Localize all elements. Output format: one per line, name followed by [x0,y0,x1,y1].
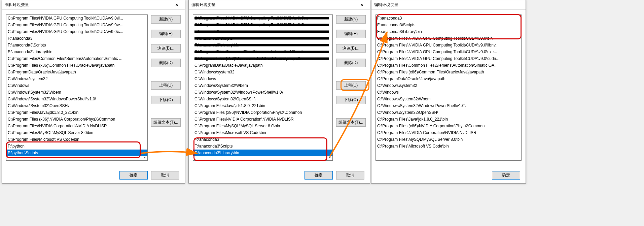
dialog-footer: 确定 取消 [2,167,185,183]
move-up-button[interactable]: 上移(U) [336,81,366,90]
list-item[interactable]: C:\Windows\system32 [6,75,147,82]
list-item[interactable]: F:\anaconda3\Scripts [193,143,332,150]
list-item[interactable]: C:\Program Files (x86)\NVIDIA Corporatio… [6,116,147,123]
new-button[interactable]: 新建(N) [336,15,366,24]
list-item[interactable]: C:\Program Files\NVIDIA GPU Computing To… [376,35,521,42]
scroll-down-icon[interactable]: ▾ [327,155,332,160]
dialog-body: C:\Program Files\NVIDIA GPU Computing To… [2,10,185,167]
list-item[interactable]: C:\Program Files\Microsoft VS Code\bin [193,129,332,136]
list-item[interactable]: C:\Program Files\Common Files\Siemens\Au… [376,62,521,69]
dialog-title: 编辑环境变量 [5,2,29,8]
list-item[interactable]: C:\Program Files\Java\jdk1.8.0_221\bin [193,102,332,109]
delete-button[interactable]: 删除(D) [336,59,366,67]
env-var-dialog-1: 编辑环境变量 ✕ C:\Program Files\NVIDIA GPU Com… [2,0,185,184]
list-item[interactable]: C:\Program Files\NVIDIA GPU Computing To… [6,28,147,35]
list-item[interactable]: C:\Program Files\Java\jdk1.8.0_221\bin [6,109,147,116]
list-item[interactable]: C:\Program Files\NVIDIA GPU Computing To… [376,55,521,62]
list-item[interactable]: C:\ProgramData\Oracle\Java\javapath [193,62,332,69]
close-button[interactable]: ✕ [170,1,183,9]
list-item[interactable]: F:\python\Scripts [6,150,147,156]
list-item[interactable]: F:\anaconda3 [6,35,147,42]
list-item[interactable]: C:\Program Files\NVIDIA GPU Computing To… [6,15,147,22]
list-item[interactable]: C:\Program Files (x86)\Common Files\Orac… [6,62,147,69]
ok-button[interactable]: 确定 [119,171,148,180]
cancel-button[interactable]: 取消 [336,171,364,180]
move-down-button[interactable]: 下移(O) [336,96,366,104]
list-item[interactable]: F:\anaconda3 [193,28,332,35]
list-item[interactable]: C:\Program Files\NVIDIA GPU Computing To… [376,42,521,49]
list-item[interactable]: C:\Program Files\NVIDIA Corporation\NVID… [376,129,521,136]
list-item[interactable]: C:\Windows\System32\WindowsPowerShell\v1… [193,89,332,96]
list-item[interactable]: C:\Windows [6,82,147,89]
list-item[interactable]: C:\Windows [376,89,521,96]
list-item[interactable]: C:\Windows\system32 [376,82,521,89]
list-item[interactable]: C:\Windows [193,75,332,82]
close-button[interactable]: ✕ [355,1,368,9]
list-item[interactable]: C:\Program Files\MySQL\MySQL Server 8.0\… [376,136,521,143]
list-item[interactable]: C:\Program Files\NVIDIA GPU Computing To… [193,15,332,22]
ok-button[interactable]: 确定 [305,171,333,180]
browse-button[interactable]: 浏览(B)... [151,44,181,53]
list-item[interactable]: C:\Windows\System32\WindowsPowerShell\v1… [6,96,147,102]
dialog-title: 编辑环境变量 [374,2,398,8]
env-var-dialog-2: 编辑环境变量 ✕ C:\Program Files\NVIDIA GPU Com… [188,0,370,184]
path-listbox[interactable]: C:\Program Files\NVIDIA GPU Computing To… [193,14,333,161]
list-item[interactable]: C:\Program Files\NVIDIA Corporation\NVID… [193,116,332,123]
list-item[interactable]: F:\anaconda3\Scripts [193,35,332,42]
list-item[interactable]: C:\Program Files (x86)\Common Files\Orac… [193,55,332,62]
edit-button[interactable]: 编辑(E) [151,30,181,38]
list-item[interactable]: F:\anaconda3\Library\bin [376,28,521,35]
list-item[interactable]: C:\Program Files\MySQL\MySQL Server 8.0\… [193,123,332,129]
list-item[interactable]: C:\Program Files\NVIDIA GPU Computing To… [6,22,147,28]
close-icon: ✕ [175,2,179,7]
button-column: 新建(N) 编辑(E) 浏览(B)... 删除(D) 上移(U) 下移(O) 编… [151,14,181,165]
list-item[interactable]: F:\anaconda3 [376,15,521,22]
scroll-down-icon[interactable]: ▾ [142,155,147,160]
list-item[interactable]: C:\Program Files (x86)\NVIDIA Corporatio… [193,109,332,116]
edit-text-button[interactable]: 编辑文本(T)... [336,118,366,127]
move-down-button[interactable]: 下移(O) [151,96,181,104]
env-var-dialog-3: 编辑环境变量 F:\anaconda3F:\anaconda3\ScriptsF… [371,0,526,184]
browse-button[interactable]: 浏览(B)... [336,44,366,53]
list-item[interactable]: F:\anaconda3 [193,136,332,143]
edit-text-button[interactable]: 编辑文本(T)... [151,118,181,127]
list-item[interactable]: C:\Program Files\Java\jdk1.8.0_221\bin [376,116,521,123]
cancel-button[interactable]: 取消 [151,171,179,180]
list-item[interactable]: C:\Program Files\Common Files\Siemens\Au… [193,49,332,55]
list-item[interactable]: C:\ProgramData\Oracle\Java\javapath [6,69,147,75]
list-item[interactable]: F:\python [6,143,147,150]
list-item[interactable]: C:\Windows\System32\WindowsPowerShell\v1… [376,102,521,109]
list-item[interactable]: C:\ProgramData\Oracle\Java\javapath [376,75,521,82]
path-listbox[interactable]: C:\Program Files\NVIDIA GPU Computing To… [6,14,148,161]
delete-button[interactable]: 删除(D) [151,59,181,67]
new-button[interactable]: 新建(N) [151,15,181,24]
dialog-body: F:\anaconda3F:\anaconda3\ScriptsF:\anaco… [371,10,526,167]
ok-button[interactable]: 确定 [492,171,520,180]
list-item[interactable]: F:\anaconda3\Library\bin [193,150,332,156]
edit-button[interactable]: 编辑(E) [336,30,366,38]
list-item[interactable]: F:\anaconda3\Scripts [376,22,521,28]
dialog-title: 编辑环境变量 [191,2,216,8]
list-item[interactable]: C:\Program Files (x86)\Common Files\Orac… [376,69,521,75]
list-item[interactable]: F:\anaconda3\Library\bin [6,49,147,55]
list-item[interactable]: C:\Windows\System32\OpenSSH\ [193,96,332,102]
move-up-button[interactable]: 上移(U) [151,81,181,90]
list-item[interactable]: C:\Windows\System32\Wbem [193,82,332,89]
list-item[interactable]: C:\Windows\System32\Wbem [6,89,147,96]
list-item[interactable]: C:\Program Files (x86)\NVIDIA Corporatio… [376,123,521,129]
list-item[interactable]: C:\Program Files\NVIDIA Corporation\NVID… [6,123,147,129]
path-listbox[interactable]: F:\anaconda3F:\anaconda3\ScriptsF:\anaco… [375,14,522,161]
list-item[interactable]: C:\Windows\System32\OpenSSH\ [6,102,147,109]
list-item[interactable]: C:\Program Files\Microsoft VS Code\bin [6,136,147,143]
list-item[interactable]: C:\Program Files\MySQL\MySQL Server 8.0\… [6,129,147,136]
list-item[interactable]: F:\anaconda3\Scripts [6,42,147,49]
list-item[interactable]: C:\Program Files\NVIDIA GPU Computing To… [376,49,521,55]
list-item[interactable]: F:\anaconda3\Library\bin [193,42,332,49]
list-item[interactable]: C:\Program Files\Microsoft VS Code\bin [376,143,521,150]
list-item[interactable]: C:\Windows\System32\OpenSSH\ [376,109,521,116]
list-item[interactable]: C:\Program Files\NVIDIA GPU Computing To… [193,22,332,28]
list-item[interactable]: C:\Program Files\Common Files\Siemens\Au… [6,55,147,62]
list-item[interactable]: C:\Windows\system32 [193,69,332,75]
title-bar: 编辑环境变量 ✕ [2,0,185,10]
list-item[interactable]: C:\Windows\System32\Wbem [376,96,521,102]
